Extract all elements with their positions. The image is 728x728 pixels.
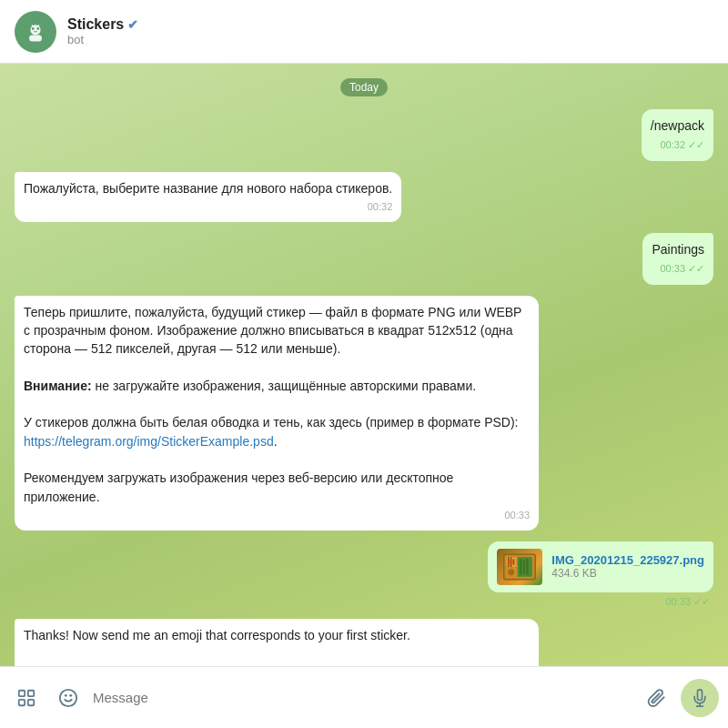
message-time: 00:33	[488, 595, 713, 608]
read-ticks	[693, 595, 710, 608]
svg-point-20	[508, 569, 514, 575]
svg-rect-24	[28, 699, 34, 704]
bot-bubble-instructions: Теперь пришлите, пожалуйста, будущий сти…	[15, 296, 539, 531]
message-row: Теперь пришлите, пожалуйста, будущий сти…	[15, 296, 713, 531]
menu-button[interactable]	[9, 681, 44, 715]
verified-icon: ✔	[127, 17, 138, 32]
emoji-button[interactable]	[51, 681, 86, 715]
bot-status: bot	[67, 33, 138, 46]
recommendation-text: Рекомендуем загружать изображения через …	[24, 469, 530, 506]
message-row: Пожалуйста, выберите название для нового…	[15, 172, 713, 222]
microphone-button[interactable]	[681, 679, 719, 717]
message-time: 00:33	[24, 509, 530, 523]
read-ticks	[688, 261, 704, 277]
svg-rect-23	[19, 699, 25, 704]
bot-name-row: Stickers ✔	[67, 16, 138, 33]
warning-text: Внимание: не загружайте изображения, защ…	[24, 377, 530, 395]
emoji-request-text: Thanks! Now send me an emoji that corres…	[24, 626, 530, 644]
user-bubble: Paintings 00:33	[642, 233, 713, 285]
file-thumbnail	[497, 549, 542, 585]
bot-bubble: Пожалуйста, выберите название для нового…	[15, 172, 401, 222]
read-ticks	[688, 137, 704, 153]
instruction-text: Теперь пришлите, пожалуйста, будущий сти…	[24, 303, 530, 359]
message-input-bar	[0, 666, 728, 728]
user-bubble: /newpack 00:32	[642, 109, 713, 161]
attach-button[interactable]	[639, 681, 673, 715]
bot-avatar	[15, 11, 56, 53]
message-time: 00:32	[24, 200, 392, 215]
svg-point-3	[32, 27, 35, 30]
svg-rect-22	[28, 690, 34, 695]
psd-link[interactable]: https://telegram.org/img/StickerExample.…	[24, 434, 274, 449]
svg-point-14	[508, 559, 513, 564]
svg-rect-6	[32, 25, 33, 27]
header-info: Stickers ✔ bot	[67, 16, 138, 46]
message-row: Thanks! Now send me an emoji that corres…	[15, 619, 713, 666]
message-input[interactable]	[93, 680, 632, 716]
file-size: 434.6 KB	[551, 567, 704, 580]
svg-rect-17	[523, 561, 525, 573]
message-time: 00:33	[652, 261, 704, 277]
svg-rect-2	[29, 35, 42, 41]
svg-point-25	[60, 689, 76, 705]
svg-rect-5	[34, 31, 37, 32]
svg-rect-7	[38, 25, 39, 27]
chat-messages-area: Today /newpack 00:32 Пожалуйста, выберит…	[0, 64, 728, 666]
emoji-tip-text: You can list several emoji in one messag…	[24, 662, 530, 666]
date-badge: Today	[340, 78, 388, 96]
bot-name-text: Stickers	[67, 16, 124, 33]
bot-bubble-emoji-request: Thanks! Now send me an emoji that corres…	[15, 619, 539, 666]
message-text: /newpack	[651, 118, 704, 133]
message-row: /newpack 00:32	[15, 109, 713, 161]
message-text: Paintings	[652, 242, 704, 257]
file-name: IMG_20201215_225927.png	[551, 553, 704, 567]
message-row: Paintings 00:33	[15, 233, 713, 285]
svg-rect-21	[19, 690, 25, 695]
chat-header: Stickers ✔ bot	[0, 0, 728, 64]
svg-rect-18	[527, 558, 529, 574]
message-row: IMG_20201215_225927.png 434.6 KB 00:33	[15, 541, 713, 608]
svg-point-4	[36, 27, 39, 30]
svg-rect-16	[520, 559, 521, 574]
sticker-info-text: У стикеров должна быть белая обводка и т…	[24, 413, 530, 431]
file-info: IMG_20201215_225927.png 434.6 KB	[551, 553, 704, 580]
message-text: Пожалуйста, выберите название для нового…	[24, 181, 392, 196]
file-attachment: IMG_20201215_225927.png 434.6 KB 00:33	[488, 541, 713, 608]
message-time: 00:32	[651, 137, 704, 153]
date-divider: Today	[15, 78, 713, 96]
svg-rect-13	[513, 559, 514, 564]
